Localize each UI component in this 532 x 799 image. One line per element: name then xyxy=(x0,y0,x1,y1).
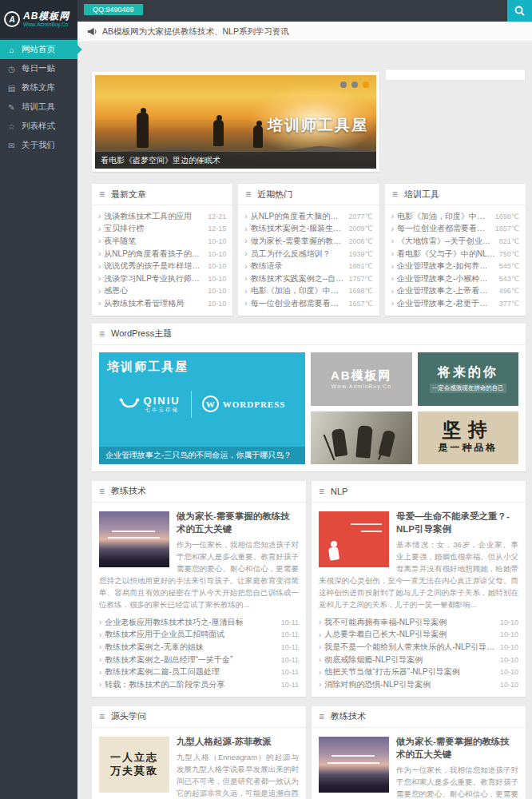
list-item[interactable]: › 人总要学着自己长大-NLP引导案例 10-10 xyxy=(319,629,518,642)
photo-art-figure xyxy=(332,428,348,457)
list-item[interactable]: › 彻底戒除烟瘾-NLP引导案例 10-10 xyxy=(319,654,518,666)
list-item[interactable]: › 浅谈教练技术工具的应用 12-21 xyxy=(98,210,226,223)
list-item[interactable]: › 教练技术实践案例之--自我控制 1757℃ xyxy=(244,272,372,285)
list-item[interactable]: › 从教练技术看管理格局 10-10 xyxy=(98,297,226,310)
item-date: 10-10 xyxy=(208,287,226,295)
list-item[interactable]: › 夜半随笔 10-10 xyxy=(98,235,226,248)
list-item[interactable]: › 浅谈学习NLP专业执行师的30个... 10-10 xyxy=(98,272,226,285)
list-item[interactable]: › 教练技术案例之-副总经理“一笑千金” 10-11 xyxy=(99,654,299,666)
banner-caption-link[interactable]: 企业管理故事之-三只鸟的不同命运，你属于哪只鸟？ xyxy=(99,447,305,464)
carousel-dot[interactable] xyxy=(351,81,358,88)
article-list: › 我不可能再拥有幸福-NLP引导案例 10-10 › 人总要学着自己长大-NL… xyxy=(312,612,526,697)
site-logo[interactable]: A AB模板网 Www.AdminBuy.Cn xyxy=(0,0,77,38)
carousel-dot-active[interactable] xyxy=(363,81,369,88)
sidebar-item-list-style[interactable]: ☆ 列表样式 xyxy=(0,117,77,136)
card-training-tools: ≡ 培训工具 › 电影《加油，印度》中的教练... 1698℃ › xyxy=(385,184,526,316)
hero-row: 培训师工具屋 看电影《盗梦空间》里边的催眠术 xyxy=(92,72,526,172)
list-item[interactable]: › 从NLP的角度看看孩子的作业 10-10 xyxy=(98,248,226,260)
featured-article: 做为家长-需要掌握的教练技术的五大关键 作为一位家长，我相信您知道孩子对于您和家… xyxy=(92,503,306,612)
sidebar-item-label: 网站首页 xyxy=(22,44,55,55)
featured-thumbnail[interactable] xyxy=(319,737,389,793)
list-item[interactable]: › 电影《加油，印度》中的教练... 1698℃ xyxy=(391,210,519,223)
sidebar-item-daily[interactable]: ◷ 每日一贴 xyxy=(0,59,77,78)
list-item[interactable]: › 每一位创业者都需要看的10部... 1657℃ xyxy=(244,297,372,310)
list-item[interactable]: › 感恩心 10-10 xyxy=(98,285,226,298)
list-item[interactable]: › 《大地惊雷》--关于创业的电影 821℃ xyxy=(391,235,519,248)
logo-subtitle: Www.AdminBuy.Cn xyxy=(23,22,69,27)
list-item[interactable]: › 电影《加油，印度》中的教练... 1698℃ xyxy=(244,285,372,298)
item-heat: 821℃ xyxy=(499,237,519,245)
list-item[interactable]: › 员工为什么反感培训？ 1939℃ xyxy=(244,248,372,260)
item-date: 10-11 xyxy=(281,618,299,626)
list-item[interactable]: › 企业管理故事之-如何养好花... 545℃ xyxy=(391,260,519,272)
qiniu-label: QINIU xyxy=(144,395,181,407)
thumb-textline xyxy=(332,755,375,757)
banner-trainer-toolhouse[interactable]: 培训师工具屋 QINIU 七牛云存储 W WORDPRESS xyxy=(99,352,305,464)
banner-heading: 培训师工具屋 xyxy=(107,360,189,375)
card-header: ≡ 近期热门 xyxy=(238,184,379,205)
card-title: 源头学问 xyxy=(111,710,146,722)
list-item[interactable]: › 教练技术应用于企业员工招聘面试 10-11 xyxy=(99,629,299,642)
list-item[interactable]: › 企业管理故事之-上帝看得见... 496℃ xyxy=(391,285,519,298)
list-item[interactable]: › 教练技术案例之-服装生产厂 2009℃ xyxy=(244,223,372,236)
wordpress-label: WORDPRESS xyxy=(223,400,286,409)
list-item[interactable]: › 我不可能再拥有幸福-NLP引导案例 10-10 xyxy=(319,616,518,629)
featured-thumbnail[interactable] xyxy=(319,511,389,567)
article-list: › 电影《加油，印度》中的教练... 1698℃ › 每一位创业者都需要看的10… xyxy=(385,205,526,316)
list-item[interactable]: › 每一位创业者都需要看的10部... 1657℃ xyxy=(391,223,519,236)
card-title: NLP xyxy=(331,487,347,496)
tile-persistence[interactable]: 坚持 是一种品格 xyxy=(418,411,519,464)
arrow-icon: › xyxy=(98,212,101,221)
list-item[interactable]: › 我是不是一个能给别人带来快乐的人-NLP引导案例 10-10 xyxy=(319,641,518,654)
item-heat: 750℃ xyxy=(499,250,519,258)
card-recent-hot: ≡ 近期热门 › 从NLP的角度看大脑的工作原理 2077℃ › xyxy=(238,184,379,316)
list-item[interactable]: › 转载：教练技术的二阶段学员分享 10-11 xyxy=(99,678,299,691)
slide-caption-link[interactable]: 看电影《盗梦空间》里边的催眠术 xyxy=(95,152,376,169)
list-item[interactable]: › 消除对狗的恐惧-NLP引导案例 10-10 xyxy=(319,678,518,691)
featured-thumbnail[interactable]: 一人立志 万夫莫敌 xyxy=(99,737,169,793)
tile-crutch-soccer-photo[interactable] xyxy=(311,411,412,464)
tile-ab-template[interactable]: AB模板网 Www.AdminBuy.Cn xyxy=(311,352,412,406)
list-item[interactable]: › 做为家长-需要掌握的教练技... 2006℃ xyxy=(244,235,372,248)
slide-title: 培训师工具屋 xyxy=(268,115,368,136)
sidebar-item-label: 教练文库 xyxy=(22,82,55,93)
wordpress-logo: W WORDPRESS xyxy=(202,396,286,412)
article-list: › 企业老板应用教练技术技巧之-厘清目标 10-11 › 教练技术应用于企业员工… xyxy=(92,612,306,697)
list-item[interactable]: › 教练语录 1881℃ xyxy=(244,260,372,272)
sidebar-item-about[interactable]: ✉ 关于我们 xyxy=(0,136,77,155)
list-item[interactable]: › 教练技术案例二篇-员工问题处理 10-11 xyxy=(99,666,299,678)
list-item[interactable]: › 他把关节当做“打击乐器”-NLP引导案例 10-10 xyxy=(319,666,518,678)
list-item[interactable]: › 看电影《父与子》中的NLP元素 750℃ xyxy=(391,248,519,260)
megaphone-icon xyxy=(87,27,97,36)
sidebar-item-tools[interactable]: ✎ 培训工具 xyxy=(0,97,77,117)
carousel: 培训师工具屋 看电影《盗梦空间》里边的催眠术 xyxy=(92,72,379,172)
main-content: 培训师工具屋 看电影《盗梦空间》里边的催眠术 ≡ 最新文章 xyxy=(77,42,532,799)
list-item[interactable]: › 企业老板应用教练技术技巧之-厘清目标 10-11 xyxy=(99,616,299,629)
item-heat: 1939℃ xyxy=(349,250,373,258)
card-source-knowledge: ≡ 源头学问 一人立志 万夫莫敌 九型人格起源-苏菲教派 九型人格（Enneag… xyxy=(92,706,306,799)
carousel-dot[interactable] xyxy=(340,81,347,88)
arrow-icon: › xyxy=(244,225,247,233)
list-item[interactable]: › 教练技术案例之-无辜的姐妹 10-11 xyxy=(99,641,299,654)
arrow-icon: › xyxy=(319,668,321,677)
tile-future-you[interactable]: 将来的你 一定会感激现在拼命的自己 xyxy=(418,352,519,406)
arrow-icon: › xyxy=(391,225,394,233)
thumb-textline xyxy=(351,523,382,525)
search-button[interactable] xyxy=(507,0,532,22)
item-date: 10-10 xyxy=(208,250,226,258)
item-date: 10-10 xyxy=(500,656,518,664)
featured-thumbnail[interactable] xyxy=(99,511,169,567)
carousel-slide[interactable]: 培训师工具屋 看电影《盗梦空间》里边的催眠术 xyxy=(95,75,376,169)
card-wordpress-themes: ≡ WordPress主题 培训师工具屋 QINIU 七牛云存储 xyxy=(92,324,526,471)
list-item[interactable]: › 从NLP的角度看大脑的工作原理 2077℃ xyxy=(244,210,372,223)
arrow-icon: › xyxy=(319,642,321,651)
list-item[interactable]: › 宝贝排行榜 12-15 xyxy=(98,223,226,236)
arrow-icon: › xyxy=(391,274,394,283)
sidebar-item-library[interactable]: ▤ 教练文库 xyxy=(0,78,77,97)
item-heat: 1657℃ xyxy=(349,300,373,308)
list-item[interactable]: › 企业管理故事之-小猴种瓜：... 543℃ xyxy=(391,272,519,285)
list-item[interactable]: › 说说优秀的孩子是咋样培养的 10-10 xyxy=(98,260,226,272)
logo-icon: A xyxy=(4,11,20,27)
list-item[interactable]: › 企业管理故事之-君更于军：... 377℃ xyxy=(391,297,519,310)
sidebar-item-home[interactable]: ⌂ 网站首页 xyxy=(0,40,77,59)
